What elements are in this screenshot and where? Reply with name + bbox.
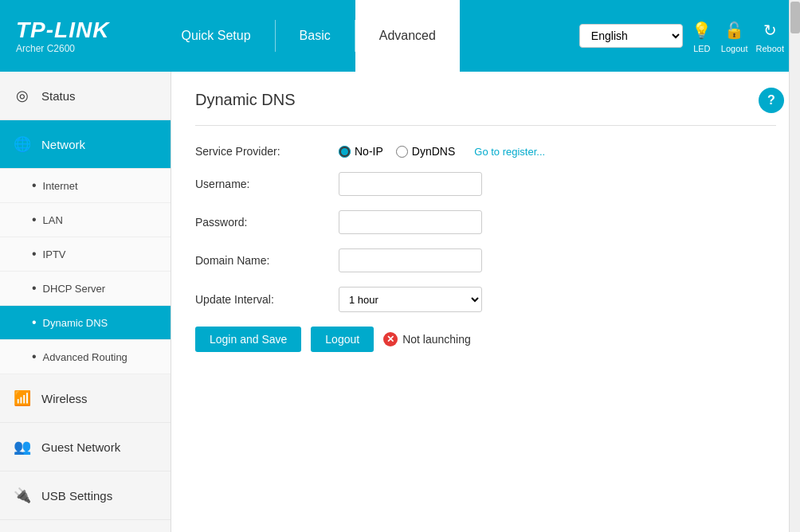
scrollbar[interactable] (789, 0, 800, 532)
sidebar: ◎ Status 🌐 Network Internet LAN IPTV DHC… (0, 72, 171, 532)
brand-logo: TP-LINK (16, 18, 109, 43)
brand: TP-LINK Archer C2600 (16, 18, 109, 54)
logout-button[interactable]: 🔓 Logout (721, 19, 748, 53)
logout-icon: 🔓 (724, 19, 746, 41)
go-register-link[interactable]: Go to register... (474, 146, 545, 158)
sidebar-item-status[interactable]: ◎ Status (0, 72, 171, 120)
usb-icon: 🔌 (13, 486, 32, 505)
service-provider-label: Service Provider: (195, 145, 339, 158)
password-label: Password: (195, 216, 339, 229)
wireless-icon: 📶 (13, 389, 32, 408)
network-submenu: Internet LAN IPTV DHCP Server Dynamic DN… (0, 169, 171, 374)
sidebar-item-advanced-routing[interactable]: Advanced Routing (0, 340, 171, 374)
no-ip-radio[interactable] (339, 146, 351, 158)
main-content: ? Dynamic DNS Service Provider: No-IP Dy… (171, 72, 800, 532)
no-ip-option[interactable]: No-IP (339, 145, 383, 158)
username-row: Username: (195, 172, 776, 196)
sidebar-item-internet[interactable]: Internet (0, 169, 171, 203)
tab-advanced[interactable]: Advanced (355, 0, 460, 72)
sidebar-item-dhcp-server[interactable]: DHCP Server (0, 272, 171, 306)
brand-model: Archer C2600 (16, 43, 109, 54)
logout-action-button[interactable]: Logout (311, 327, 374, 352)
language-select[interactable]: English Chinese French German Spanish (579, 24, 683, 48)
page-title: Dynamic DNS (195, 91, 776, 109)
not-launching-text: Not launching (402, 333, 471, 346)
sidebar-item-lan[interactable]: LAN (0, 203, 171, 237)
status-icon: ◎ (13, 86, 32, 105)
guest-network-icon: 👥 (13, 437, 32, 456)
layout: ◎ Status 🌐 Network Internet LAN IPTV DHC… (0, 72, 800, 532)
action-buttons: Login and Save Logout ✕ Not launching (195, 327, 776, 352)
update-interval-select[interactable]: 1 hour 2 hours 6 hours 12 hours 24 hours (339, 287, 482, 312)
sidebar-item-wireless[interactable]: 📶 Wireless (0, 374, 171, 423)
dyndns-option[interactable]: DynDNS (396, 145, 455, 158)
service-provider-options: No-IP DynDNS Go to register... (339, 145, 545, 158)
service-provider-row: Service Provider: No-IP DynDNS Go to reg… (195, 145, 776, 158)
led-icon: 💡 (691, 19, 713, 41)
nav-tabs: Quick Setup Basic Advanced (157, 0, 578, 72)
update-interval-row: Update Interval: 1 hour 2 hours 6 hours … (195, 287, 776, 312)
reboot-icon: ↻ (759, 19, 781, 41)
sidebar-item-guest-network[interactable]: 👥 Guest Network (0, 423, 171, 471)
update-interval-label: Update Interval: (195, 293, 339, 306)
reboot-button[interactable]: ↻ Reboot (756, 19, 784, 53)
sidebar-item-dynamic-dns[interactable]: Dynamic DNS (0, 306, 171, 340)
username-label: Username: (195, 178, 339, 190)
header-right: English Chinese French German Spanish 💡 … (579, 19, 784, 53)
sidebar-item-usb-settings[interactable]: 🔌 USB Settings (0, 471, 171, 520)
username-input[interactable] (339, 172, 482, 196)
scrollbar-thumb[interactable] (790, 2, 800, 33)
login-save-button[interactable]: Login and Save (195, 327, 301, 352)
led-button[interactable]: 💡 LED (691, 19, 713, 53)
sidebar-item-network[interactable]: 🌐 Network (0, 120, 171, 169)
domain-name-row: Domain Name: (195, 248, 776, 272)
network-icon: 🌐 (13, 135, 32, 154)
sidebar-item-iptv[interactable]: IPTV (0, 237, 171, 272)
header: TP-LINK Archer C2600 Quick Setup Basic A… (0, 0, 800, 72)
domain-name-label: Domain Name: (195, 254, 339, 267)
error-icon: ✕ (383, 332, 398, 346)
not-launching-status: ✕ Not launching (383, 332, 471, 346)
tab-basic[interactable]: Basic (276, 0, 355, 72)
password-row: Password: (195, 210, 776, 234)
password-input[interactable] (339, 210, 482, 234)
help-button[interactable]: ? (759, 88, 784, 113)
domain-name-input[interactable] (339, 248, 482, 272)
tab-quick-setup[interactable]: Quick Setup (157, 0, 274, 72)
divider (195, 125, 776, 126)
dyndns-radio[interactable] (396, 146, 408, 158)
